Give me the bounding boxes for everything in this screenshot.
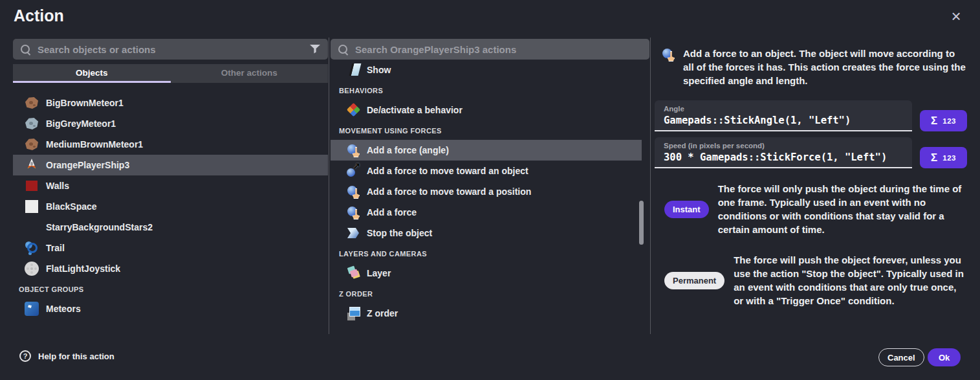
field-label: Speed (in pixels per second) [664, 142, 903, 150]
action-row[interactable]: Stop the object [331, 223, 642, 243]
actions-search [331, 39, 649, 60]
action-details-panel: Add a force to an object. The object wil… [655, 39, 967, 307]
force-mode-description: The force will only push the object duri… [718, 182, 967, 236]
panel-divider [329, 38, 329, 334]
tab-objects[interactable]: Objects [13, 64, 171, 83]
actions-search-input[interactable] [355, 44, 642, 55]
objects-search-input[interactable] [38, 44, 303, 55]
action-row[interactable]: Add a force [331, 202, 642, 223]
expression-field[interactable]: Angle [655, 100, 912, 131]
object-label: BigBrownMeteor1 [46, 98, 124, 108]
action-label: Layer [367, 268, 391, 278]
object-row[interactable]: FlatLightJoystick [13, 258, 328, 279]
zorder-icon [346, 306, 362, 321]
parameter-row: Speed (in pixels per second)Σ123 [655, 137, 967, 168]
action-label: Add a force [367, 207, 417, 218]
show-icon [346, 62, 362, 78]
action-row[interactable]: De/activate a behavior [331, 100, 642, 120]
search-icon [20, 44, 31, 55]
numbers-icon: 123 [942, 117, 956, 125]
object-list: BigBrownMeteor1BigGreyMeteor1MediumBrown… [13, 93, 328, 279]
group-meteors-icon [24, 301, 39, 317]
section-header: BEHAVIORS [331, 85, 649, 96]
action-label: De/activate a behavior [367, 105, 463, 115]
instant-button[interactable]: Instant [664, 201, 709, 218]
dialog-title: Action [14, 6, 64, 25]
scrollbar-thumb[interactable] [639, 201, 644, 245]
object-row[interactable]: BigBrownMeteor1 [13, 93, 328, 113]
expression-editor-button[interactable]: Σ123 [920, 110, 967, 131]
object-label: Trail [46, 243, 65, 253]
cancel-button[interactable]: Cancel [878, 348, 924, 366]
add-force-icon [661, 47, 677, 62]
ok-button[interactable]: Ok [928, 348, 961, 366]
force-icon [346, 184, 362, 199]
object-row[interactable]: Walls [13, 175, 328, 196]
sigma-icon: Σ [931, 151, 937, 164]
object-row[interactable]: OrangePlayerShip3 [13, 155, 328, 175]
object-row[interactable]: StarryBackgroundStars2 [13, 217, 328, 238]
action-description: Add a force to an object. The object wil… [683, 47, 967, 87]
objects-search [13, 39, 328, 60]
action-row[interactable]: Add a force (angle) [331, 140, 642, 161]
objects-tabs: Objects Other actions [13, 64, 328, 83]
section-header: LAYERS AND CAMERAS [331, 249, 649, 259]
field-label: Angle [664, 105, 903, 113]
object-row[interactable]: BlackSpace [13, 196, 328, 217]
panel-divider [650, 38, 651, 334]
search-icon [338, 44, 349, 55]
meteor-grey-icon [24, 116, 39, 131]
parameter-fields: AngleΣ123Speed (in pixels per second)Σ12… [655, 100, 967, 168]
red-square-icon [24, 178, 39, 194]
object-groups-header: OBJECT GROUPS [13, 284, 328, 295]
expression-editor-button[interactable]: Σ123 [920, 147, 967, 168]
action-row[interactable]: Show [331, 60, 642, 80]
expression-field[interactable]: Speed (in pixels per second) [655, 137, 912, 168]
meteor-brown-icon [24, 95, 39, 111]
object-row[interactable]: Trail [13, 238, 328, 258]
ship-icon [24, 157, 39, 173]
filter-icon[interactable] [309, 43, 321, 55]
white-square-icon [24, 199, 39, 214]
force-icon [346, 142, 362, 158]
action-label: Add a force to move toward a position [367, 186, 531, 197]
parameter-row: AngleΣ123 [655, 100, 967, 131]
action-label: Z order [367, 308, 398, 319]
force-object-icon [346, 163, 362, 179]
force-mode-row: InstantThe force will only push the obje… [655, 182, 967, 236]
action-row[interactable]: Add a force to move toward a position [331, 181, 642, 202]
stop-icon [346, 225, 362, 241]
object-row[interactable]: MediumBrownMeteor1 [13, 134, 328, 155]
permanent-button[interactable]: Permanent [664, 272, 724, 289]
force-mode-options: InstantThe force will only push the obje… [655, 182, 967, 307]
close-button[interactable]: × [946, 6, 966, 26]
joystick-icon [24, 261, 39, 276]
action-label: Add a force (angle) [367, 145, 449, 155]
force-mode-row: PermanentThe force will push the object … [655, 253, 967, 307]
object-group-row[interactable]: Meteors [13, 298, 328, 319]
section-header: Z ORDER [331, 289, 649, 299]
behavior-icon [346, 102, 362, 118]
action-label: Stop the object [367, 228, 432, 238]
layer-icon [346, 265, 362, 281]
expression-input[interactable] [664, 115, 903, 126]
help-label: Help for this action [38, 352, 114, 361]
force-icon [346, 205, 362, 220]
tab-other-actions[interactable]: Other actions [171, 64, 329, 83]
action-description-row: Add a force to an object. The object wil… [655, 47, 967, 87]
object-label: FlatLightJoystick [46, 263, 120, 274]
object-label: StarryBackgroundStars2 [46, 222, 153, 232]
section-header: MOVEMENT USING FORCES [331, 126, 649, 136]
meteor-brown-icon [24, 137, 39, 152]
action-row[interactable]: Add a force to move toward an object [331, 161, 642, 181]
help-link[interactable]: Help for this action [19, 350, 114, 362]
action-list: ShowBEHAVIORSDe/activate a behaviorMOVEM… [331, 60, 649, 324]
action-row[interactable]: Z order [331, 303, 642, 324]
object-group-label: Meteors [46, 304, 81, 314]
object-label: Walls [46, 181, 69, 191]
expression-input[interactable] [664, 151, 903, 163]
action-row[interactable]: Layer [331, 263, 642, 284]
object-row[interactable]: BigGreyMeteor1 [13, 113, 328, 134]
object-label: MediumBrownMeteor1 [46, 139, 143, 150]
actions-panel: ShowBEHAVIORSDe/activate a behaviorMOVEM… [331, 39, 649, 335]
